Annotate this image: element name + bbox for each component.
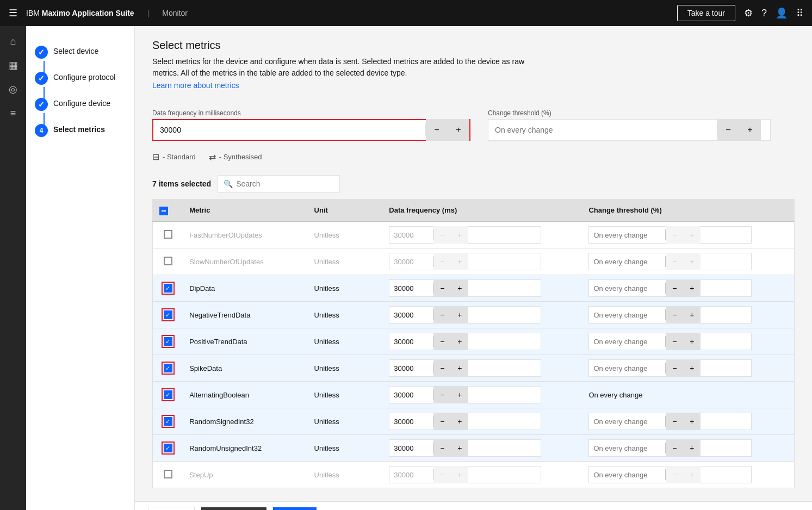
sidebar-analytics-icon[interactable]: ◎: [2, 78, 24, 100]
th-checkbox: [153, 200, 183, 222]
freq-decrement-button[interactable]: −: [426, 119, 448, 141]
freq-label: Data frequency in milliseconds: [152, 109, 470, 117]
threshold-increment-btn: +: [683, 226, 701, 244]
freq-increment-button[interactable]: +: [448, 119, 469, 141]
metrics-table: Metric Unit Data frequency (ms) Change t…: [152, 199, 795, 488]
threshold-cell: −+: [582, 355, 794, 382]
freq-increment-btn[interactable]: +: [451, 333, 468, 350]
threshold-input[interactable]: [488, 120, 717, 140]
row-checkbox[interactable]: [164, 230, 172, 239]
legend-standard-label: - Standard: [163, 153, 196, 161]
freq-input[interactable]: [153, 120, 425, 140]
threshold-decrement-btn[interactable]: −: [666, 413, 683, 430]
threshold-row-input[interactable]: [589, 360, 665, 376]
freq-row-input[interactable]: [389, 440, 433, 456]
freq-increment-btn[interactable]: +: [451, 439, 468, 457]
sidebar-dashboard-icon[interactable]: ▦: [2, 54, 24, 76]
threshold-cell: −+: [582, 462, 794, 488]
threshold-row-input[interactable]: [589, 333, 665, 350]
freq-row-input[interactable]: [389, 360, 433, 376]
threshold-row-input[interactable]: [589, 413, 665, 430]
threshold-decrement-btn: −: [666, 253, 683, 270]
take-tour-button[interactable]: Take a tour: [677, 5, 735, 21]
threshold-decrement-btn[interactable]: −: [666, 279, 683, 297]
row-checkbox[interactable]: ✓: [164, 417, 172, 426]
freq-decrement-btn[interactable]: −: [433, 306, 451, 324]
threshold-increment-btn[interactable]: +: [683, 413, 701, 430]
threshold-increment-btn[interactable]: +: [683, 279, 701, 297]
threshold-cell: −+: [582, 302, 794, 328]
freq-decrement-btn[interactable]: −: [433, 279, 451, 297]
sidebar-home-icon[interactable]: ⌂: [2, 30, 24, 52]
freq-increment-btn[interactable]: +: [451, 279, 468, 297]
freq-cell: −+: [382, 302, 582, 328]
freq-row-input[interactable]: [389, 307, 433, 323]
threshold-decrement-btn[interactable]: −: [666, 306, 683, 324]
threshold-row-input[interactable]: [589, 280, 665, 296]
threshold-row-input[interactable]: [589, 253, 665, 270]
help-icon[interactable]: ?: [761, 8, 767, 19]
threshold-decrement-btn[interactable]: −: [666, 333, 683, 350]
user-icon[interactable]: 👤: [776, 7, 788, 19]
threshold-decrement-btn[interactable]: −: [666, 439, 683, 457]
freq-increment-btn[interactable]: +: [451, 306, 468, 324]
legend-synthesised-label: - Synthesised: [219, 153, 262, 161]
step-2-label: Configure protocol: [53, 72, 115, 82]
threshold-cell: −+: [582, 221, 794, 248]
row-checkbox[interactable]: ✓: [164, 390, 172, 399]
previous-button[interactable]: Previous: [201, 507, 266, 511]
threshold-cell: −+: [582, 248, 794, 275]
row-checkbox[interactable]: ✓: [164, 337, 172, 346]
threshold-increment-button[interactable]: +: [739, 119, 761, 141]
freq-increment-btn[interactable]: +: [451, 359, 468, 377]
freq-decrement-btn[interactable]: −: [433, 439, 451, 457]
row-checkbox[interactable]: [164, 257, 172, 265]
threshold-row-input[interactable]: [589, 227, 665, 243]
freq-decrement-btn[interactable]: −: [433, 359, 451, 377]
freq-decrement-btn[interactable]: −: [433, 413, 451, 430]
sidebar-menu-icon[interactable]: ≡: [2, 102, 24, 124]
select-all-checkbox[interactable]: [159, 207, 168, 215]
search-box: 🔍: [218, 175, 340, 192]
learn-more-link[interactable]: Learn more about metrics: [152, 81, 239, 90]
threshold-decrement-button[interactable]: −: [717, 119, 739, 141]
row-checkbox[interactable]: ✓: [164, 310, 172, 319]
freq-cell: −+: [382, 248, 582, 275]
table-row: ✓SpikeDataUnitless−+−+: [153, 355, 795, 382]
freq-increment-btn[interactable]: +: [451, 413, 468, 430]
row-checkbox[interactable]: [164, 470, 172, 478]
threshold-increment-btn[interactable]: +: [683, 359, 701, 377]
row-checkbox[interactable]: ✓: [164, 284, 172, 293]
threshold-decrement-btn[interactable]: −: [666, 359, 683, 377]
items-selected-count: 7 items selected: [152, 179, 211, 188]
freq-row-input[interactable]: [389, 387, 433, 403]
freq-decrement-btn[interactable]: −: [433, 386, 451, 403]
freq-row-input[interactable]: [389, 253, 433, 270]
freq-increment-btn: +: [451, 253, 468, 270]
threshold-increment-btn[interactable]: +: [683, 306, 701, 324]
search-input[interactable]: [236, 179, 334, 188]
settings-icon[interactable]: ⚙: [744, 7, 753, 19]
freq-row-input[interactable]: [389, 227, 433, 243]
apps-icon[interactable]: ⠿: [796, 7, 803, 19]
threshold-row-input[interactable]: [589, 467, 665, 483]
freq-decrement-btn: −: [433, 253, 451, 270]
cancel-button[interactable]: Cancel: [148, 507, 195, 511]
freq-row-input[interactable]: [389, 333, 433, 350]
unit-value: Unitless: [308, 221, 383, 248]
threshold-increment-btn[interactable]: +: [683, 439, 701, 457]
save-button[interactable]: Save: [273, 507, 317, 511]
threshold-row-input[interactable]: [589, 307, 665, 323]
freq-field: Data frequency in milliseconds − +: [152, 109, 470, 141]
row-checkbox[interactable]: ✓: [164, 364, 172, 372]
freq-row-input[interactable]: [389, 467, 433, 483]
freq-row-input[interactable]: [389, 280, 433, 296]
freq-row-input[interactable]: [389, 413, 433, 430]
freq-decrement-btn[interactable]: −: [433, 333, 451, 350]
freq-increment-btn[interactable]: +: [451, 386, 468, 403]
hamburger-menu-icon[interactable]: ☰: [9, 7, 17, 19]
row-checkbox[interactable]: ✓: [164, 444, 172, 452]
threshold-increment-btn[interactable]: +: [683, 333, 701, 350]
threshold-row-input[interactable]: [589, 440, 665, 456]
freq-increment-btn: +: [451, 226, 468, 244]
